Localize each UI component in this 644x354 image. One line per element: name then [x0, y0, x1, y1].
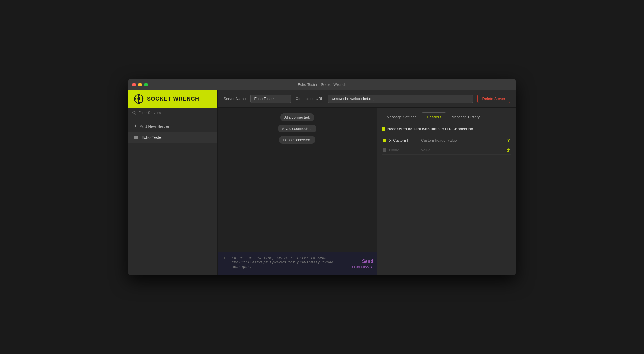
tab-headers[interactable]: Headers [422, 112, 446, 122]
plus-icon: + [134, 123, 137, 129]
app-window: Echo Tester - Socket Wrench ⚙ [128, 79, 516, 275]
line-numbers: 1 [218, 252, 228, 275]
right-panel: Message Settings Headers Message History [377, 108, 516, 275]
svg-point-3 [138, 102, 140, 104]
app-name: SOCKET WRENCH [147, 96, 200, 102]
search-icon [132, 111, 136, 115]
header-value-1: Value [421, 148, 503, 152]
header-checkbox-1[interactable] [383, 148, 386, 152]
tab-message-history[interactable]: Message History [447, 112, 484, 122]
editor-area: 1 Send as as Bilbo ▲ [218, 252, 377, 275]
server-list: + Add New Server Echo Tester [128, 118, 217, 145]
message-area: Alia connected. Alia disconnected. Bilbo… [218, 108, 377, 275]
add-server-label: Add New Server [140, 124, 169, 129]
connection-url-label: Connection URL [296, 97, 323, 101]
app-logo: ⚙ SOCKET WRENCH [128, 90, 217, 108]
main-layout: ⚙ SOCKET WRENCH + Add New Server [128, 90, 516, 275]
svg-point-5 [142, 98, 143, 100]
message-bubble-2: Bilbo connected. [279, 136, 315, 144]
headers-tab-content: Headers to be sent with initial HTTP Con… [377, 122, 516, 275]
message-bubble-0: Alia connected. [280, 113, 314, 121]
connection-url-input[interactable] [328, 95, 473, 103]
send-button[interactable]: Send [362, 259, 373, 264]
delete-header-icon-1[interactable]: 🗑 [506, 148, 510, 152]
message-editor[interactable] [228, 252, 348, 275]
search-input[interactable] [138, 110, 213, 115]
server-config-bar: Server Name Connection URL Delete Server [218, 90, 516, 108]
server-name-input[interactable] [250, 95, 291, 103]
chevron-up-icon: ▲ [370, 265, 373, 269]
delete-header-icon-0[interactable]: 🗑 [506, 138, 510, 143]
close-button[interactable] [132, 83, 136, 86]
minimize-button[interactable] [138, 83, 142, 86]
server-name-label: Echo Tester [141, 135, 163, 140]
svg-text:⚙: ⚙ [137, 96, 141, 101]
message-bubble-1: Alia disconnected. [278, 125, 317, 132]
svg-point-4 [134, 98, 136, 100]
logo-icon: ⚙ [134, 94, 144, 104]
tab-message-settings[interactable]: Message Settings [382, 112, 421, 122]
title-bar: Echo Tester - Socket Wrench [128, 79, 516, 90]
echo-tester-item[interactable]: Echo Tester [128, 132, 217, 143]
header-name-0: X-Custom-I [389, 138, 418, 143]
header-checkbox-0[interactable] [383, 139, 386, 142]
window-title: Echo Tester - Socket Wrench [298, 82, 346, 87]
messages-container: Alia connected. Alia disconnected. Bilbo… [218, 108, 377, 252]
svg-line-8 [135, 113, 136, 115]
send-as-selector[interactable]: as as Bilbo ▲ [352, 265, 373, 269]
send-panel: Send as as Bilbo ▲ [348, 252, 377, 275]
tabs-row: Message Settings Headers Message History [377, 108, 516, 122]
headers-section-checkbox[interactable] [382, 127, 385, 131]
maximize-button[interactable] [144, 83, 148, 86]
line-number-1: 1 [223, 256, 226, 260]
header-name-1: Name [389, 148, 418, 152]
header-row-0: X-Custom-I Custom header value 🗑 [382, 136, 511, 145]
send-as-user: as Bilbo [356, 265, 369, 269]
server-name-label: Server Name [224, 97, 246, 101]
add-new-server-item[interactable]: + Add New Server [128, 120, 217, 132]
headers-section-title: Headers to be sent with initial HTTP Con… [387, 127, 473, 131]
delete-server-button[interactable]: Delete Server [477, 95, 510, 103]
send-as-label: as [352, 265, 355, 269]
traffic-lights [132, 83, 148, 86]
sidebar: ⚙ SOCKET WRENCH + Add New Server [128, 90, 218, 275]
content-area: Server Name Connection URL Delete Server… [218, 90, 516, 275]
header-value-0: Custom header value [421, 138, 503, 143]
search-bar [128, 108, 217, 118]
svg-point-2 [138, 94, 140, 96]
split-pane: Alia connected. Alia disconnected. Bilbo… [218, 108, 516, 275]
headers-section-header: Headers to be sent with initial HTTP Con… [382, 127, 511, 131]
header-row-1: Name Value 🗑 [382, 145, 511, 155]
server-icon [134, 136, 138, 139]
